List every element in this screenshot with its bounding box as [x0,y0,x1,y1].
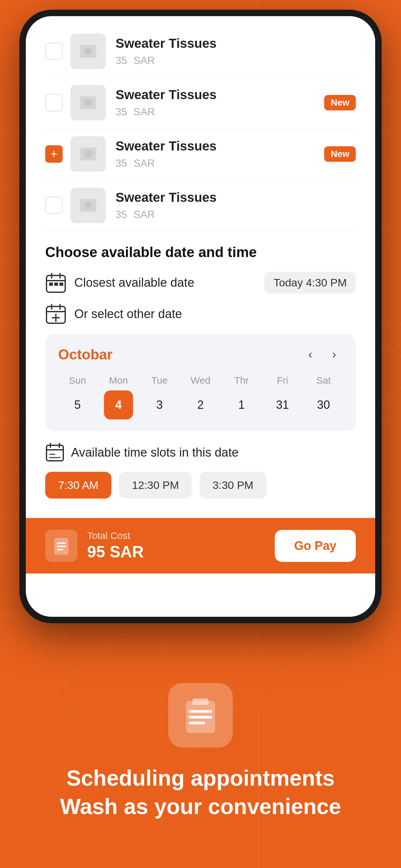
cal-day-thr[interactable]: Thr 1 [222,375,261,420]
svg-point-18 [84,48,92,55]
calendar-header: Octobar ‹ › [58,346,343,363]
closest-date-row: Closest available date Today 4:30 PM [45,272,356,293]
product-checkbox-3[interactable] [45,145,63,163]
cal-day-name-wed: Wed [190,375,210,386]
time-slot-1[interactable]: 7:30 AM [45,472,112,499]
product-currency-2: SAR [134,106,155,118]
time-icon [45,443,65,462]
time-label-row: Available time slots in this date [45,443,356,462]
product-price-value-1: 35 [116,55,127,66]
product-item-2: Sweater Tissues 35 SAR New [45,77,356,128]
calendar-icon [45,272,66,293]
product-badge-new-3: New [324,146,356,162]
cal-day-mon[interactable]: Mon 4 [99,375,138,420]
calendar: Octobar ‹ › Sun 5 Mon 4 [45,334,356,431]
product-item-4: Sweater Tissues 35 SAR [45,180,356,231]
product-price-2: 35 SAR [116,104,324,118]
cal-day-num-fri: 31 [268,391,297,420]
product-currency-3: SAR [134,157,155,169]
product-item-1: Sweater Tissues 35 SAR [45,26,356,77]
cal-day-name-tue: Tue [151,375,168,386]
time-slots-list: 7:30 AM 12:30 PM 3:30 PM [45,472,356,499]
product-price-3: 35 SAR [116,156,324,169]
phone-shell: Sweater Tissues 35 SAR [19,10,382,623]
svg-point-24 [84,202,92,209]
other-date-row: Or select other date [45,303,356,324]
cal-day-num-thr: 1 [227,391,256,420]
app-icon-large [168,683,233,748]
product-name-2: Sweater Tissues [116,88,324,102]
product-price-4: 35 SAR [116,207,356,221]
cal-day-tue[interactable]: Tue 3 [140,375,179,420]
product-name-3: Sweater Tissues [116,139,324,153]
time-slot-3[interactable]: 3:30 PM [199,472,266,499]
product-price-value-4: 35 [116,209,127,220]
svg-point-20 [84,99,92,106]
product-info-1: Sweater Tissues 35 SAR [116,36,356,67]
time-slots-section: Available time slots in this date 7:30 A… [45,443,356,499]
product-name-4: Sweater Tissues [116,190,356,205]
cal-day-num-wed: 2 [186,391,215,420]
product-image-1 [70,34,106,69]
cal-day-name-sun: Sun [69,375,86,386]
svg-point-22 [84,150,92,158]
total-info: Total Cost 95 SAR [87,530,275,561]
product-image-4 [70,188,106,223]
product-checkbox-2[interactable] [45,94,63,112]
product-price-1: 35 SAR [116,53,356,67]
time-slot-2[interactable]: 12:30 PM [119,472,192,499]
cal-day-name-mon: Mon [109,375,128,386]
bottom-section: Scheduling appointments Wash as your con… [0,636,401,868]
cal-day-sun[interactable]: Sun 5 [58,375,97,420]
svg-rect-31 [59,283,63,286]
cal-day-wed[interactable]: Wed 2 [181,375,220,420]
go-pay-button[interactable]: Go Pay [275,530,356,562]
svg-rect-38 [47,445,63,461]
total-label: Total Cost [87,530,275,541]
other-date-label: Or select other date [74,307,356,321]
cal-day-fri[interactable]: Fri 31 [263,375,302,420]
tagline-line1: Scheduling appointments [60,764,341,792]
cal-day-num-mon: 4 [104,391,133,420]
prev-month-button[interactable]: ‹ [302,346,319,363]
phone-screen: Sweater Tissues 35 SAR [26,16,375,617]
svg-rect-30 [54,283,58,286]
product-price-value-2: 35 [116,106,127,118]
date-section-title: Choose available date and time [45,244,356,260]
product-item-3: Sweater Tissues 35 SAR New [45,128,356,180]
product-currency-4: SAR [134,209,155,220]
product-image-2 [70,85,106,120]
svg-rect-49 [192,699,209,705]
calendar-add-icon [45,303,66,324]
calendar-month: Octobar [58,346,295,363]
cal-day-name-sat: Sat [316,375,331,386]
screen-content: Sweater Tissues 35 SAR [26,16,375,617]
cal-day-num-sat: 30 [309,391,338,420]
product-badge-new-2: New [324,95,356,111]
product-info-3: Sweater Tissues 35 SAR [116,139,324,169]
next-month-button[interactable]: › [326,346,343,363]
bill-icon [45,530,78,562]
product-currency-1: SAR [134,55,155,66]
product-name-1: Sweater Tissues [116,36,356,51]
cal-day-num-tue: 3 [145,391,174,420]
product-checkbox-4[interactable] [45,197,63,214]
time-slots-label: Available time slots in this date [71,445,239,460]
total-amount: 95 SAR [87,542,275,561]
scroll-area: Sweater Tissues 35 SAR [26,16,375,518]
product-price-value-3: 35 [116,157,127,169]
product-info-2: Sweater Tissues 35 SAR [116,88,324,118]
cal-day-name-thr: Thr [235,375,249,386]
bottom-bar: Total Cost 95 SAR Go Pay [26,518,375,574]
product-checkbox-1[interactable] [45,42,63,60]
tagline: Scheduling appointments Wash as your con… [60,764,341,821]
calendar-days: Sun 5 Mon 4 Tue 3 Wed 2 [58,375,343,420]
product-info-4: Sweater Tissues 35 SAR [116,190,356,221]
cal-day-sat[interactable]: Sat 30 [304,375,343,420]
tagline-line2: Wash as your convenience [60,792,341,820]
cal-day-name-fri: Fri [277,375,288,386]
closest-date-label: Closest available date [74,276,265,290]
svg-rect-29 [49,283,53,286]
closest-date-value[interactable]: Today 4:30 PM [265,272,356,293]
cal-day-num-sun: 5 [63,391,92,420]
